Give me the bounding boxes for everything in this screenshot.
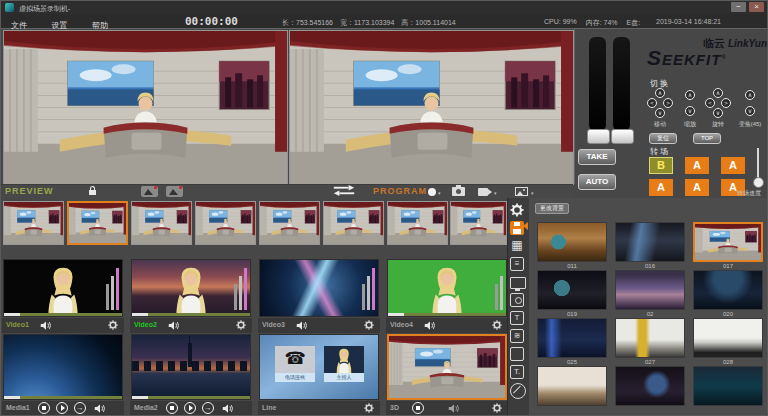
rotate-left-button[interactable]: < [705,98,715,108]
change-background-tab[interactable]: 更改背景 [535,203,569,214]
frame-icon[interactable] [510,347,524,361]
transition-a3-button[interactable]: A [649,179,673,196]
media2-thumbnail[interactable] [131,334,251,400]
layer-b-icon[interactable] [166,186,183,197]
scene-020[interactable] [693,270,763,310]
move-up-button[interactable]: ∧ [655,88,665,98]
video4-thumbnail[interactable] [387,259,507,317]
image-caret-icon[interactable]: ▾ [531,190,534,196]
camera-shot-1[interactable] [3,201,64,245]
scene-017-selected[interactable] [693,222,763,262]
display-monitor-icon[interactable] [510,277,526,289]
transition-a1-button[interactable]: A [685,157,709,174]
camera-shot-5[interactable] [259,201,320,245]
zoom-in-button[interactable]: ∧ [745,90,755,100]
media1-thumbnail[interactable] [3,334,123,400]
scene-019[interactable] [537,270,607,310]
camera-shot-6[interactable] [323,201,384,245]
video-caret-icon[interactable]: ▾ [494,190,497,196]
zoom-out-button[interactable]: ∨ [745,106,755,116]
host-tile[interactable]: 主持人 [324,346,364,382]
layout-grid-icon[interactable]: ▦ [510,239,524,253]
image-output-icon[interactable] [515,187,528,196]
scene3d-thumbnail-selected[interactable] [387,334,507,400]
scene-016[interactable] [615,222,685,262]
scene-011[interactable] [537,222,607,262]
speaker-icon[interactable] [296,321,308,330]
phone-line-tile[interactable]: ☎ 电话连线 [275,346,315,382]
subtitle-tool-icon[interactable]: T. [510,365,524,379]
loop-button[interactable]: → [202,402,214,414]
transition-b-button[interactable]: B [649,157,673,174]
text-tool-icon[interactable]: T [510,311,524,325]
camera-shot-8[interactable] [450,201,507,245]
video2-thumbnail[interactable] [131,259,251,317]
stop-button[interactable] [166,402,178,414]
rotate-right-button[interactable]: > [721,98,731,108]
gear-icon[interactable] [492,403,502,413]
scene-02[interactable] [615,270,685,310]
close-button[interactable]: × [749,2,764,12]
move-down-button[interactable]: ∨ [655,108,665,118]
record-icon[interactable] [428,188,436,196]
gear-icon[interactable] [364,320,374,330]
camera-shot-7[interactable] [387,201,448,245]
scene-028[interactable] [693,318,763,358]
video-camera-icon[interactable] [478,188,488,196]
tbar-handle-left[interactable] [587,129,610,144]
minimize-button[interactable]: − [731,2,746,12]
scene-row4-2[interactable] [615,366,685,406]
speaker-icon[interactable] [168,321,180,330]
layers-icon[interactable]: ≋ [510,329,524,343]
speaker-icon[interactable] [424,321,436,330]
save-icon-active[interactable] [510,221,524,235]
take-button[interactable]: TAKE [578,149,616,165]
gear-icon[interactable] [236,320,246,330]
scene-025[interactable] [537,318,607,358]
stop-button[interactable] [38,402,50,414]
transition-a4-button[interactable]: A [685,179,709,196]
rotate-down-button[interactable]: ∨ [713,108,723,118]
line-thumbnail[interactable]: ☎ 电话连线 主持人 [259,334,379,400]
camera-shot-3[interactable] [131,201,192,245]
snapshot-camera-icon[interactable] [452,187,465,196]
menu-file[interactable]: 文件 [1,17,37,31]
camera-shot-2-selected[interactable] [67,201,128,245]
draw-disabled-icon[interactable] [510,383,526,399]
video1-thumbnail[interactable] [3,259,123,317]
gear-icon[interactable] [108,320,118,330]
menu-settings[interactable]: 设置 [41,17,77,31]
lamp-icon[interactable] [510,293,524,307]
tbar-handle-right[interactable] [611,129,634,144]
speaker-muted-icon[interactable] [448,404,460,413]
transition-a2-button[interactable]: A [721,157,745,174]
record-caret-icon[interactable]: ▾ [438,190,441,196]
scale-up-button[interactable]: ∧ [685,90,695,100]
scale-down-button[interactable]: ∨ [685,106,695,116]
move-right-button[interactable]: > [663,98,673,108]
play-button[interactable] [184,402,196,414]
video3-thumbnail[interactable] [259,259,379,317]
scene-row4-3[interactable] [693,366,763,406]
gear-icon[interactable] [364,403,374,413]
camera-shot-4[interactable] [195,201,256,245]
speaker-icon[interactable] [222,404,234,413]
layer-a-icon[interactable] [141,186,158,197]
play-button[interactable] [56,402,68,414]
scene-027[interactable] [615,318,685,358]
gear-icon[interactable] [492,320,502,330]
speaker-icon[interactable] [94,404,106,413]
rotate-up-button[interactable]: ∧ [713,88,723,98]
menu-help[interactable]: 帮助 [82,17,118,31]
top-button[interactable]: TOP [693,133,721,144]
loop-button[interactable]: → [74,402,86,414]
lock-icon[interactable] [89,190,96,195]
tbar-slot-right[interactable] [613,37,630,131]
auto-button[interactable]: AUTO [578,174,616,190]
settings-gear-icon[interactable] [510,203,524,217]
stop-button[interactable] [412,402,424,414]
playlist-icon[interactable]: ≡ [510,257,524,271]
reset-button[interactable]: 复位 [649,133,677,144]
tbar-slot-left[interactable] [589,37,606,131]
scene-row4-1[interactable] [537,366,607,406]
